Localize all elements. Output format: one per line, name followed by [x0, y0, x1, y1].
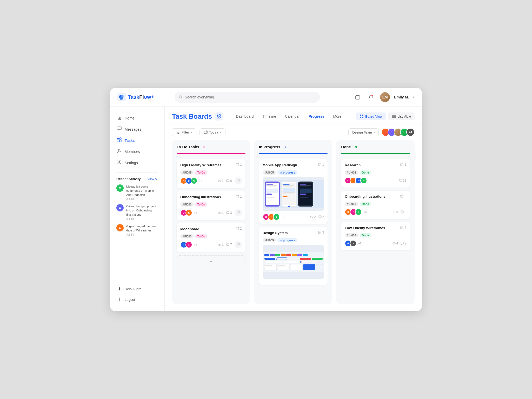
filter-button[interactable]: Filter ▾: [172, 128, 196, 136]
card-tags-hfw: #UI005 To Do: [180, 170, 242, 175]
recent-activity-title: Recent Activity: [116, 177, 141, 181]
team-select-chevron-icon: ▾: [374, 131, 375, 134]
doc-icon-res: [400, 163, 403, 166]
team-select-button[interactable]: Design Team ▾: [348, 128, 379, 136]
comment-icon-mb: [226, 243, 229, 246]
card-extra-mar: +5: [281, 215, 285, 218]
notification-icon-btn[interactable]: [367, 92, 376, 102]
card-doc-count-hfw: 1: [240, 163, 242, 167]
card-doc-hfw: 1: [236, 163, 242, 167]
card-title-hfw: High Fidelity Wireframes: [180, 163, 221, 168]
svg-point-89: [295, 206, 295, 207]
stat-comment-oi: 3: [226, 211, 232, 215]
card-header-mar: Mobile App Redisign 1: [263, 163, 324, 168]
stat-eye-lfw: 4: [393, 242, 398, 245]
sidebar-item-settings[interactable]: Settings: [110, 157, 164, 168]
page-nav-calendar[interactable]: Calendar: [281, 113, 303, 120]
stat-comment-lfw: 2: [401, 242, 406, 245]
avatar-oi2-3: Q: [355, 209, 362, 215]
task-card-mar: Mobile App Redisign 1 #UI005 In progress: [259, 159, 328, 224]
svg-rect-14: [117, 140, 119, 142]
notification-icon: [369, 95, 374, 100]
page-nav-progress[interactable]: Progress: [305, 113, 328, 120]
svg-rect-102: [286, 254, 291, 256]
search-bar[interactable]: [175, 92, 320, 103]
stat-comment-mb: 7: [226, 243, 232, 247]
svg-rect-3: [120, 97, 123, 100]
svg-rect-74: [283, 192, 295, 193]
comment-count-lfw: 2: [404, 242, 406, 245]
add-card-todo[interactable]: +: [177, 255, 245, 268]
settings-icon: [116, 160, 122, 166]
sidebar-item-logout[interactable]: ⤴ Logout: [110, 294, 164, 305]
comment-count-res: 11: [403, 179, 406, 182]
recent-activity-section: Recent Activity View All M Maggy left so…: [110, 177, 164, 240]
card-header-hfw: High Fidelity Wireframes 1: [180, 163, 242, 168]
home-icon: ⊞: [116, 115, 122, 121]
filters-bar: Filter ▾ Today ▾ Design Team ▾: [165, 124, 422, 140]
page-nav-more[interactable]: More: [330, 113, 345, 120]
card-extra-mb: +2: [194, 243, 197, 246]
board-view-btn[interactable]: Board View: [356, 112, 386, 120]
card-footer-oi2: O P Q +5 3: [345, 209, 406, 215]
comment-icon-mar: [318, 215, 322, 218]
card-tag-id-lfw: #UI003: [345, 233, 358, 237]
page-nav-timeline[interactable]: Timeline: [259, 113, 280, 120]
svg-rect-101: [281, 254, 286, 256]
sidebar-item-members[interactable]: Members: [110, 146, 164, 157]
activity-content-oliver: Oliver changed project info on Onboardin…: [126, 204, 158, 220]
card-tag-status-oi: To Do: [195, 202, 207, 207]
date-filter-button[interactable]: Today ▾: [200, 128, 225, 136]
svg-rect-53: [227, 243, 229, 245]
card-tags-res: #UI002 Done: [345, 170, 406, 175]
sidebar-item-tasks[interactable]: Tasks: [110, 135, 164, 146]
eye-icon-oi2: [393, 210, 396, 214]
svg-rect-98: [264, 254, 269, 256]
task-card-res: Research 1 #UI002 Done K: [341, 159, 410, 188]
list-view-btn[interactable]: List View: [388, 112, 415, 120]
timer-btn-oi[interactable]: ⏱: [235, 209, 242, 216]
search-input[interactable]: [185, 95, 316, 99]
card-tag-id-oi: #UI003: [180, 202, 194, 207]
logout-icon: ⤴: [116, 297, 122, 302]
calendar-icon-btn[interactable]: [353, 92, 362, 102]
card-tags-mb: #UI003 To Do: [180, 234, 242, 238]
page-nav-dashboard[interactable]: Dashboard: [232, 113, 257, 120]
svg-point-87: [291, 206, 291, 207]
activity-text-giga: Giga changed the due date of Wireframes: [126, 224, 158, 232]
view-toggle: Board View List View: [356, 112, 415, 120]
card-avatars-mb: F G +2: [180, 241, 197, 248]
svg-rect-111: [264, 261, 282, 263]
svg-rect-20: [217, 117, 218, 118]
svg-point-135: [394, 211, 394, 212]
preview-svg-mar: [263, 177, 324, 211]
sidebar-item-help[interactable]: ℹ Help & Info: [110, 283, 164, 294]
col-count-done: 9: [353, 145, 359, 149]
card-extra-lfw: +5: [358, 242, 362, 245]
date-filter-label: Today: [209, 130, 218, 134]
card-stats-hfw: 2 6: [218, 179, 232, 183]
card-tag-id-mb: #UI003: [180, 234, 194, 238]
logo-text: TaskFlow+: [128, 94, 154, 100]
card-header-lfw: Low Fidelity Wireframes 4: [345, 226, 406, 231]
timer-btn-mb[interactable]: ⏱: [235, 241, 242, 248]
list-view-label: List View: [397, 115, 411, 118]
stat-comment-hfw: 6: [226, 179, 232, 183]
sidebar-item-messages[interactable]: Messages: [110, 124, 164, 135]
view-all-link[interactable]: View All: [147, 177, 158, 181]
timer-btn-hfw[interactable]: ⏱: [235, 177, 242, 184]
user-avatar[interactable]: EM: [380, 92, 390, 102]
svg-point-17: [119, 162, 120, 163]
card-footer-oi: D E +5 1: [180, 209, 242, 216]
avatar-3: C: [191, 177, 197, 184]
activity-avatar-giga: G: [116, 224, 124, 231]
page-title-icon: [215, 112, 223, 121]
svg-rect-64: [266, 189, 278, 193]
team-select-label: Design Team: [352, 130, 372, 134]
sidebar-item-home[interactable]: ⊞ Home: [110, 113, 164, 124]
card-header-mb: Moodboard 2: [180, 227, 242, 232]
user-menu-chevron[interactable]: ▾: [413, 95, 415, 99]
svg-rect-109: [300, 258, 311, 260]
nav-label-home: Home: [125, 116, 134, 120]
svg-rect-18: [217, 115, 218, 116]
